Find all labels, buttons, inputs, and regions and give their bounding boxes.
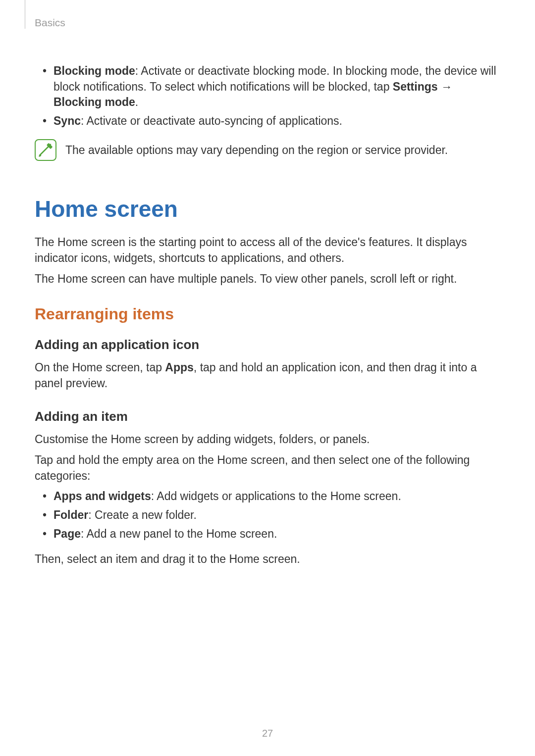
bullet-text: : Activate or deactivate auto-syncing of… bbox=[81, 114, 342, 127]
bullet-text: : Add a new panel to the Home screen. bbox=[81, 527, 277, 540]
text-pre: On the Home screen, tap bbox=[35, 361, 165, 374]
note-icon bbox=[35, 139, 56, 161]
heading-adding-app-icon: Adding an application icon bbox=[35, 337, 500, 353]
intro-paragraph-1: The Home screen is the starting point to… bbox=[35, 234, 500, 266]
paragraph-tap-hold: Tap and hold the empty area on the Home … bbox=[35, 452, 500, 484]
intro-paragraph-2: The Home screen can have multiple panels… bbox=[35, 271, 500, 287]
bullet-sync: Sync: Activate or deactivate auto-syncin… bbox=[54, 113, 500, 129]
settings-label: Settings bbox=[393, 80, 438, 93]
section-label: Basics bbox=[35, 17, 500, 29]
heading-home-screen: Home screen bbox=[35, 196, 500, 222]
bullet-text: : Add widgets or applications to the Hom… bbox=[151, 490, 401, 503]
bullet-text-end: . bbox=[135, 96, 138, 108]
bullet-term: Blocking mode bbox=[54, 64, 135, 77]
arrow-icon: → bbox=[438, 80, 452, 93]
header-divider bbox=[25, 0, 25, 29]
paragraph-then-select: Then, select an item and drag it to the … bbox=[35, 551, 500, 567]
note-callout: The available options may vary depending… bbox=[35, 139, 500, 161]
bullet-term: Sync bbox=[54, 114, 81, 127]
paragraph-customise: Customise the Home screen by adding widg… bbox=[35, 431, 500, 447]
bullet-term: Page bbox=[54, 527, 81, 540]
page-number: 27 bbox=[0, 728, 535, 739]
heading-adding-item: Adding an item bbox=[35, 409, 500, 424]
category-bullet-list: Apps and widgets: Add widgets or applica… bbox=[35, 489, 500, 542]
bullet-blocking-mode: Blocking mode: Activate or deactivate bl… bbox=[54, 63, 500, 110]
bullet-term: Folder bbox=[54, 508, 88, 521]
bullet-term: Apps and widgets bbox=[54, 490, 151, 503]
apps-label: Apps bbox=[165, 361, 194, 374]
heading-rearranging-items: Rearranging items bbox=[35, 305, 500, 323]
bullet-page: Page: Add a new panel to the Home screen… bbox=[54, 526, 500, 542]
blocking-mode-label: Blocking mode bbox=[54, 96, 135, 108]
feature-bullet-list: Blocking mode: Activate or deactivate bl… bbox=[35, 63, 500, 129]
note-text: The available options may vary depending… bbox=[65, 139, 448, 158]
bullet-apps-widgets: Apps and widgets: Add widgets or applica… bbox=[54, 489, 500, 504]
bullet-folder: Folder: Create a new folder. bbox=[54, 507, 500, 523]
bullet-text: : Create a new folder. bbox=[88, 508, 197, 521]
manual-page: Basics Blocking mode: Activate or deacti… bbox=[0, 0, 535, 756]
paragraph-adding-app-icon: On the Home screen, tap Apps, tap and ho… bbox=[35, 359, 500, 391]
